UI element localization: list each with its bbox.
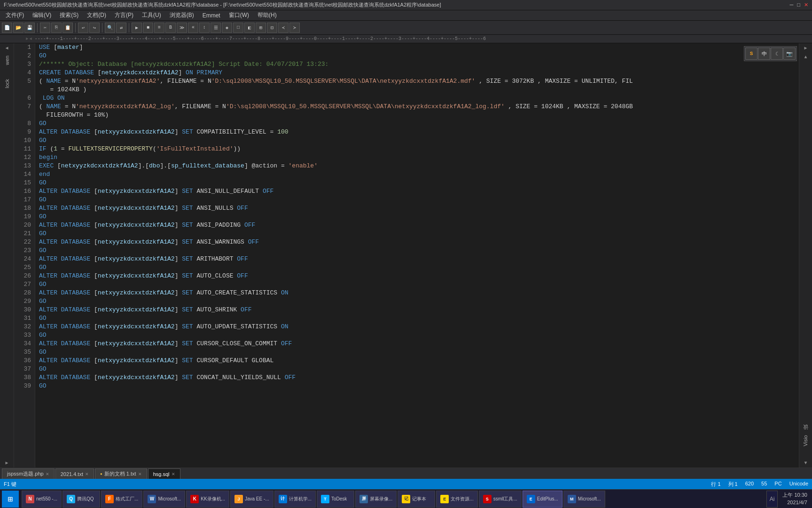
taskbar-microsoft2[interactable]: M Microsoft... — [563, 491, 605, 508]
float-btn-sql[interactable]: S — [745, 48, 757, 60]
taskbar-ssmill[interactable]: S ssmll工具... — [479, 491, 522, 508]
menu-tools[interactable]: 工具(U) — [138, 10, 165, 20]
toolbar-open[interactable]: 📂 — [13, 23, 23, 33]
code-line-34[interactable]: ALTER DATABASE [netxyyzkdcxxtdzkfA1A2] S… — [39, 340, 799, 348]
toolbar-format[interactable]: ≡ — [154, 23, 164, 33]
code-line-1[interactable]: USE [master] — [39, 43, 799, 52]
code-line-20[interactable]: ALTER DATABASE [netxyyzkdcxxtdzkfA1A2] S… — [39, 221, 799, 230]
tab-jspssm[interactable]: jspssm选题.php ✕ — [2, 468, 55, 479]
code-line-19[interactable]: GO — [39, 213, 799, 221]
menu-edit[interactable]: 编辑(V) — [29, 10, 55, 20]
taskbar-notepad[interactable]: 记 记事本 — [398, 491, 435, 508]
code-line-15[interactable]: GO — [39, 179, 799, 187]
code-line-38[interactable]: ALTER DATABASE [netxyyzkdcxxtdzkfA1A2] S… — [39, 373, 799, 382]
toolbar-b12[interactable]: ≻ — [289, 23, 300, 33]
code-line-7[interactable]: ( NAME = N'netxyyzkdcxxtdzkfA1A2_log', F… — [39, 103, 799, 111]
taskbar-editplus[interactable]: E EditPlus... — [523, 491, 562, 508]
toolbar-b7[interactable]: □ — [233, 23, 243, 33]
code-line-17[interactable]: GO — [39, 196, 799, 204]
code-line-11[interactable]: IF (1 = FULLTEXTSERVICEPROPERTY('IsFullT… — [39, 145, 799, 153]
taskbar-format-factory[interactable]: F 格式工厂... — [101, 491, 142, 508]
menu-doc[interactable]: 文档(D) — [83, 10, 110, 20]
taskbar-microsoft1[interactable]: W Microsoft... — [143, 491, 185, 508]
tab-hsg-close[interactable]: ✕ — [172, 472, 175, 476]
toolbar-cut[interactable]: ✂ — [40, 23, 50, 33]
code-line-5[interactable]: ( NAME = N'netxyyzkdcxxtdzkfA1A2', FILEN… — [39, 77, 799, 86]
toolbar-b11[interactable]: ≺ — [278, 23, 289, 33]
toolbar-run[interactable]: ▶ — [132, 23, 142, 33]
right-sidebar-scroll-up[interactable]: ▲ — [804, 55, 807, 60]
tab-newdoc-close[interactable]: ✕ — [138, 472, 142, 476]
maximize-btn[interactable]: □ — [797, 2, 800, 8]
code-line-3[interactable]: /****** Object: Database [netxyyzkdcxxtd… — [39, 60, 799, 69]
toolbar-redo[interactable]: ↪ — [89, 23, 100, 33]
right-sidebar-scroll-down[interactable]: ▼ — [804, 460, 807, 466]
sidebar-arrow-down[interactable]: ▶ — [5, 460, 8, 466]
menu-browser[interactable]: 浏览器(B) — [166, 10, 198, 20]
toolbar-b9[interactable]: ⊞ — [256, 23, 266, 33]
close-btn[interactable]: ✕ — [804, 2, 808, 8]
code-line-32[interactable]: ALTER DATABASE [netxyyzkdcxxtdzkfA1A2] S… — [39, 323, 799, 331]
right-sidebar-arrow[interactable]: ▶ — [804, 45, 807, 51]
float-btn-moon[interactable]: ☾ — [771, 48, 783, 60]
code-line-7b[interactable]: FILEGROWTH = 10%) — [39, 111, 799, 119]
taskbar-java[interactable]: J Java EE -... — [230, 491, 273, 508]
code-line-30[interactable]: ALTER DATABASE [netxyyzkdcxxtdzkfA1A2] S… — [39, 306, 799, 314]
taskbar-computer[interactable]: 计 计算机学... — [274, 491, 316, 508]
sidebar-label-wen[interactable]: wen — [4, 56, 10, 65]
taskbar-screen-rec[interactable]: 屏 屏幕录像... — [355, 491, 397, 508]
toolbar-b5[interactable]: ☰ — [211, 23, 221, 33]
toolbar-search[interactable]: 🔍 — [105, 23, 115, 33]
float-btn-camera[interactable]: 📷 — [783, 48, 796, 60]
minimize-btn[interactable]: ─ — [790, 2, 794, 8]
code-line-9[interactable]: ALTER DATABASE [netxyyzkdcxxtdzkfA1A2] S… — [39, 128, 799, 136]
tab-jspssm-close[interactable]: ✕ — [46, 472, 49, 476]
toolbar-copy[interactable]: ⎘ — [51, 23, 62, 33]
toolbar-paste[interactable]: 📋 — [62, 23, 73, 33]
tab-2021-close[interactable]: ✕ — [85, 472, 89, 476]
code-line-12[interactable]: begin — [39, 153, 799, 162]
code-line-14[interactable]: end — [39, 170, 799, 179]
code-line-31[interactable]: GO — [39, 314, 799, 323]
tab-hsg[interactable]: hsg.sql ✕ — [148, 468, 180, 479]
menu-window[interactable]: 窗口(W) — [225, 10, 253, 20]
toolbar-b4[interactable]: ↕ — [199, 23, 210, 33]
code-line-13[interactable]: EXEC [netxyyzkdcxxtdzkfA1A2].[dbo].[sp_f… — [39, 162, 799, 170]
taskbar-explorer[interactable]: E 文件资源... — [436, 491, 477, 508]
toolbar-b8[interactable]: ◧ — [244, 23, 255, 33]
code-line-35[interactable]: GO — [39, 348, 799, 357]
code-line-28[interactable]: ALTER DATABASE [netxyyzkdcxxtdzkfA1A2] S… — [39, 289, 799, 297]
code-line-23[interactable]: GO — [39, 246, 799, 255]
taskbar-todesk[interactable]: T ToDesk — [317, 491, 354, 508]
code-line-8[interactable]: GO — [39, 119, 799, 128]
code-line-10[interactable]: GO — [39, 136, 799, 145]
menu-search[interactable]: 搜索(S) — [56, 10, 82, 20]
code-line-6[interactable]: LOG ON — [39, 94, 799, 103]
sidebar-arrow-up[interactable]: ◀ — [5, 45, 8, 51]
code-line-33[interactable]: GO — [39, 331, 799, 340]
code-line-16[interactable]: ALTER DATABASE [netxyyzkdcxxtdzkfA1A2] S… — [39, 187, 799, 196]
code-line-39[interactable]: GO — [39, 382, 799, 390]
menu-dialect[interactable]: 方言(P) — [111, 10, 137, 20]
code-line-37[interactable]: GO — [39, 365, 799, 373]
taskbar-qq[interactable]: Q 腾讯QQ — [62, 491, 100, 508]
sidebar-label-lock[interactable]: lock — [4, 79, 10, 88]
code-line-4[interactable]: CREATE DATABASE [netxyyzkdcxxtdzkfA1A2] … — [39, 69, 799, 77]
code-line-27[interactable]: GO — [39, 280, 799, 289]
toolbar-b1[interactable]: B — [165, 23, 176, 33]
menu-file[interactable]: 文件(F) — [2, 10, 28, 20]
taskbar-ai-label[interactable]: Ai — [766, 491, 778, 508]
code-line-21[interactable]: GO — [39, 230, 799, 238]
toolbar-stop[interactable]: ■ — [143, 23, 153, 33]
menu-emmet[interactable]: Emmet — [199, 11, 224, 20]
code-line-36[interactable]: ALTER DATABASE [netxyyzkdcxxtdzkfA1A2] S… — [39, 357, 799, 365]
code-line-24[interactable]: ALTER DATABASE [netxyyzkdcxxtdzkfA1A2] S… — [39, 255, 799, 263]
toolbar-b3[interactable]: « — [188, 23, 198, 33]
code-line-22[interactable]: ALTER DATABASE [netxyyzkdcxxtdzkfA1A2] S… — [39, 238, 799, 246]
code-line-26[interactable]: ALTER DATABASE [netxyyzkdcxxtdzkfA1A2] S… — [39, 272, 799, 280]
toolbar-b10[interactable]: ⊡ — [267, 23, 277, 33]
toolbar-save[interactable]: 💾 — [24, 23, 35, 33]
toolbar-new[interactable]: 📄 — [2, 23, 12, 33]
tab-newdoc[interactable]: ● 新的文档 1.txt ✕ — [95, 468, 147, 479]
toolbar-b2[interactable]: ≫ — [177, 23, 187, 33]
